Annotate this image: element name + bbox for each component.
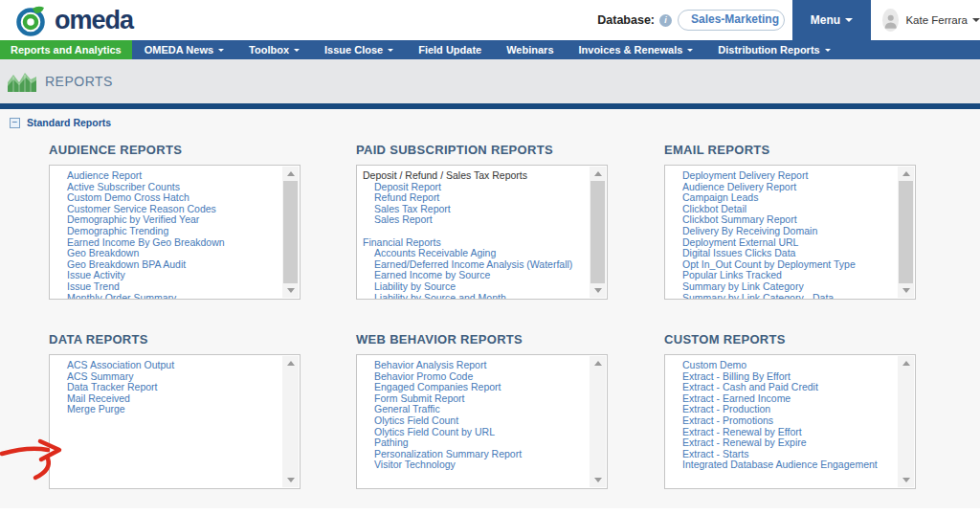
nav-item-toolbox[interactable]: Toolbox (236, 40, 312, 59)
report-link[interactable]: Earned/Deferred Income Analysis (Waterfa… (357, 259, 590, 271)
report-link[interactable]: Deposit Report (357, 182, 590, 193)
scrollbar-up-icon[interactable] (898, 167, 914, 181)
scrollbar-down-icon[interactable] (590, 473, 606, 487)
scrollbar[interactable] (898, 167, 914, 298)
report-link[interactable]: Extract - Renewal by Effort (665, 427, 898, 438)
report-link[interactable]: Earned Income By Geo Breakdown (50, 237, 282, 249)
report-link[interactable]: Opt In_Out Count by Deployment Type (665, 259, 898, 271)
nav-item-label: Field Update (418, 44, 481, 56)
report-link[interactable]: Digital Issues Clicks Data (665, 248, 898, 259)
report-link[interactable]: Issue Activity (50, 270, 282, 281)
report-link[interactable]: Demographic by Verified Year (50, 214, 282, 226)
report-link[interactable]: Audience Report (50, 170, 282, 182)
nav-item-webinars[interactable]: Webinars (494, 40, 566, 59)
report-link[interactable]: Summary by Link Category - Data (665, 293, 898, 299)
scrollbar-up-icon[interactable] (898, 356, 914, 370)
nav-item-issue-close[interactable]: Issue Close (312, 40, 406, 59)
user-menu[interactable]: Kate Ferrara (871, 9, 980, 32)
minus-icon[interactable]: − (10, 118, 20, 128)
report-link[interactable]: Behavior Promo Code (357, 371, 590, 383)
report-link[interactable]: Extract - Renewal by Expire (665, 437, 898, 449)
nav-item-omeda-news[interactable]: OMEDA News (132, 40, 236, 59)
report-link[interactable]: Extract - Earned Income (665, 393, 898, 405)
report-link[interactable]: Integrated Database Audience Engagement (665, 459, 898, 471)
scrollbar-down-icon[interactable] (282, 283, 299, 298)
list-spacer (357, 226, 590, 237)
report-link[interactable]: Form Submit Report (357, 393, 590, 405)
menu-button[interactable]: Menu (792, 0, 871, 40)
scrollbar-thumb[interactable] (283, 181, 298, 283)
report-link[interactable]: Deployment Delivery Report (665, 170, 898, 182)
omeda-logo[interactable]: omeda (13, 3, 133, 37)
scrollbar[interactable] (282, 356, 299, 487)
nav-item-distribution-reports[interactable]: Distribution Reports (705, 40, 842, 59)
scrollbar[interactable] (590, 167, 606, 298)
report-link[interactable]: Geo Breakdown (50, 248, 282, 259)
report-link[interactable]: Mail Received (50, 393, 282, 405)
report-link[interactable]: Extract - Billing By Effort (665, 371, 898, 383)
report-link[interactable]: Extract - Promotions (665, 415, 898, 427)
report-link[interactable]: Visitor Technology (357, 459, 590, 471)
report-link[interactable]: ACS Summary (50, 371, 282, 383)
report-link[interactable]: Sales Tax Report (357, 204, 590, 215)
panel-audience-reports: AUDIENCE REPORTS Audience ReportActive S… (49, 143, 301, 300)
scrollbar-down-icon[interactable] (898, 473, 914, 487)
report-link[interactable]: Monthly Order Summary (50, 293, 282, 299)
report-link[interactable]: Pathing (357, 437, 590, 449)
scrollbar-thumb[interactable] (590, 181, 605, 283)
scrollbar-down-icon[interactable] (590, 283, 606, 298)
scrollbar[interactable] (282, 167, 299, 298)
report-link[interactable]: Geo Breakdown BPA Audit (50, 259, 282, 271)
scrollbar-up-icon[interactable] (282, 356, 299, 370)
database-input[interactable]: Sales-Marketing (678, 10, 785, 31)
report-link[interactable]: Customer Service Reason Codes (50, 204, 282, 215)
report-link[interactable]: Extract - Starts (665, 449, 898, 460)
report-link[interactable]: Liability by Source and Month (357, 293, 590, 299)
report-link[interactable]: Sales Report (357, 214, 590, 226)
nav-item-invoices-renewals[interactable]: Invoices & Renewals (567, 40, 706, 59)
report-link[interactable]: Campaign Leads (665, 192, 898, 204)
report-link[interactable]: Summary by Link Category (665, 281, 898, 293)
scrollbar-down-icon[interactable] (282, 473, 299, 487)
scrollbar[interactable] (898, 356, 914, 487)
report-link[interactable]: ACS Association Output (50, 360, 282, 371)
nav-item-reports-and-analytics[interactable]: Reports and Analytics (0, 40, 132, 59)
report-link[interactable]: Deployment External URL (665, 237, 898, 249)
report-link[interactable]: Demographic Trending (50, 226, 282, 237)
report-link[interactable]: Popular Links Tracked (665, 270, 898, 281)
report-link[interactable]: Issue Trend (50, 281, 282, 293)
scrollbar-up-icon[interactable] (282, 167, 299, 181)
info-icon[interactable]: i (659, 14, 672, 27)
nav-item-label: OMEDA News (145, 44, 213, 56)
scrollbar[interactable] (590, 356, 606, 487)
report-link[interactable]: Extract - Production (665, 404, 898, 415)
omeda-logo-icon (13, 3, 48, 37)
report-link[interactable]: Extract - Cash and Paid Credit (665, 382, 898, 393)
report-link[interactable]: Behavior Analysis Report (357, 360, 590, 371)
report-link[interactable]: Accounts Receivable Aging (357, 248, 590, 259)
report-link[interactable]: Custom Demo Cross Hatch (50, 192, 282, 204)
report-link[interactable]: Custom Demo (665, 360, 898, 371)
report-link[interactable]: Active Subscriber Counts (50, 182, 282, 193)
report-link[interactable]: Refund Report (357, 192, 590, 204)
report-link[interactable]: Earned Income by Source (357, 270, 590, 281)
report-link[interactable]: Liability by Source (357, 281, 590, 293)
scrollbar-thumb[interactable] (899, 181, 913, 283)
scrollbar-down-icon[interactable] (898, 283, 914, 298)
report-link[interactable]: Personalization Summary Report (357, 449, 590, 460)
report-link[interactable]: Audience Delivery Report (665, 182, 898, 193)
scrollbar-up-icon[interactable] (590, 167, 606, 181)
report-link[interactable]: Data Tracker Report (50, 382, 282, 393)
report-link[interactable]: General Traffic (357, 404, 590, 415)
standard-reports-toggle[interactable]: − Standard Reports (10, 117, 111, 128)
report-link[interactable]: Clickbot Summary Report (665, 214, 898, 226)
nav-item-field-update[interactable]: Field Update (406, 40, 494, 59)
scrollbar-up-icon[interactable] (590, 356, 606, 370)
report-link[interactable]: Olytics Field Count (357, 415, 590, 427)
report-link[interactable]: Olytics Field Count by URL (357, 427, 590, 438)
report-link[interactable]: Clickbot Detail (665, 204, 898, 215)
report-link[interactable]: Engaged Companies Report (357, 382, 590, 393)
report-link[interactable]: Financial Reports (357, 237, 590, 249)
report-link[interactable]: Delivery By Receiving Domain (665, 226, 898, 237)
report-link[interactable]: Merge Purge (50, 404, 282, 415)
